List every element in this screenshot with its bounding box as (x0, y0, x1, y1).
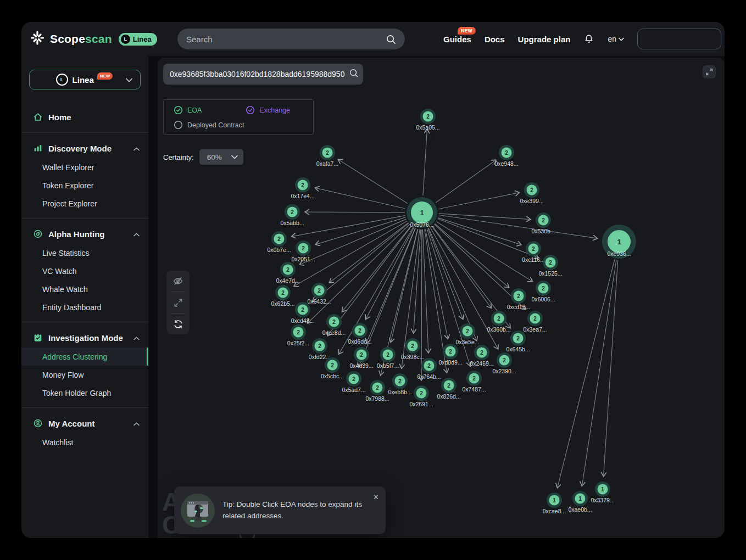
legend-eoa[interactable]: EOA (174, 105, 222, 115)
graph-node[interactable]: 20x7988... (365, 380, 389, 402)
expand-icon[interactable] (166, 292, 190, 313)
graph-node[interactable]: 20x6432... (307, 283, 331, 305)
chevron-down-icon (126, 75, 132, 85)
network-new-badge: NEW (97, 72, 113, 80)
address-input[interactable]: 0xe93685f3bba03016f02bd1828badd6195988d9… (163, 64, 363, 85)
global-search[interactable]: Search (177, 29, 405, 49)
graph-node[interactable]: 20xb5f7... (377, 347, 399, 369)
graph-node[interactable]: 20xafa7... (316, 145, 338, 167)
graph-node[interactable]: 20x645b... (506, 331, 530, 352)
brand-logo[interactable]: Scopescan L Linea (21, 30, 157, 48)
node-label: 0x6432... (307, 298, 331, 305)
node-count: 2 (358, 328, 361, 334)
graph-node[interactable]: 20x4e7d... (276, 262, 299, 284)
sidebar-item-address-clustering[interactable]: Address Clustering (21, 348, 148, 366)
graph-node[interactable]: 20xd6dd... (348, 323, 371, 345)
node-label: 0x6006... (531, 296, 555, 303)
bar-chart-icon (33, 143, 43, 153)
graph-node[interactable]: 20xc116... (522, 241, 545, 263)
graph-node[interactable]: 10xcae8... (543, 492, 566, 514)
node-label: 0x2390... (492, 368, 516, 374)
sidebar-section-discovery[interactable]: Discovery Mode (21, 138, 148, 158)
graph-node[interactable]: 20xe399... (520, 182, 543, 204)
nav-docs[interactable]: Docs (485, 35, 505, 44)
divider (21, 322, 148, 322)
graph-node[interactable]: 20x826d... (437, 378, 460, 400)
sidebar-item-project-explorer[interactable]: Project Explorer (21, 194, 148, 212)
node-label: 0x360b... (487, 326, 510, 333)
graph-node[interactable]: 20xfd22... (309, 338, 331, 360)
graph-node[interactable]: 20x25f2... (287, 324, 309, 346)
app-window: Scopescan L Linea Search Guides NEW Docs… (21, 22, 725, 538)
sidebar-item-token-holder-graph[interactable]: Token Holder Graph (21, 384, 148, 402)
language-selector[interactable]: en (608, 35, 624, 43)
graph-node[interactable]: 20xe948... (494, 145, 518, 167)
certainty-dropdown[interactable]: 60% (199, 149, 243, 165)
graph-edge (338, 159, 407, 203)
graph-node[interactable]: 20x6006... (531, 281, 555, 303)
graph-node[interactable]: 20x7487... (462, 371, 486, 393)
graph-node[interactable]: 10x3379... (591, 481, 614, 503)
graph-edge (315, 217, 405, 244)
graph-node[interactable]: 20x764b... (417, 358, 441, 380)
graph-node[interactable]: 20x530b... (531, 212, 555, 234)
graph-node[interactable]: 20x5abb... (280, 204, 304, 226)
graph-node[interactable]: 20x17e4... (291, 177, 314, 199)
node-count: 2 (318, 288, 321, 294)
graph-node[interactable]: 20x2691... (409, 385, 433, 407)
sidebar-item-home[interactable]: Home (21, 107, 148, 127)
graph-node[interactable]: 20x5cbc... (321, 357, 344, 379)
guides-new-badge: NEW (458, 27, 476, 35)
graph-node[interactable]: 20xeb8b... (388, 373, 411, 395)
graph-node[interactable]: 20x5a05... (416, 109, 439, 131)
sidebar-network-selector[interactable]: L Linea NEW (29, 70, 141, 89)
sidebar-section-my-account[interactable]: My Account (21, 413, 148, 433)
chevron-up-icon (133, 333, 140, 343)
graph-hub-node[interactable]: 10xe936... (602, 225, 636, 259)
graph-node[interactable]: 20x3e5e... (455, 323, 479, 345)
graph-node[interactable]: 20x2390... (492, 352, 516, 374)
sidebar-item-token-explorer[interactable]: Token Explorer (21, 176, 148, 194)
graph-node[interactable]: 20xcd15... (507, 288, 531, 310)
sidebar-item-live-statistics[interactable]: Live Statistics (21, 244, 148, 262)
sidebar-section-alpha-hunting[interactable]: Alpha Hunting (21, 224, 148, 244)
graph-node[interactable]: 20x0b7e... (267, 231, 291, 253)
node-label: 0x3ea7... (523, 326, 547, 333)
graph-edge (366, 228, 415, 343)
refresh-icon[interactable] (166, 313, 190, 334)
nav-guides[interactable]: Guides NEW (443, 35, 471, 44)
wallet-connect-button[interactable] (637, 29, 721, 49)
legend-deployed-contract[interactable]: Deployed Contract (174, 120, 244, 130)
graph-node[interactable]: 20x5ad7... (342, 371, 365, 393)
graph-node[interactable]: 20xce8d... (322, 314, 346, 336)
eye-off-icon[interactable] (166, 271, 190, 292)
graph-node[interactable]: 20x3ea7... (523, 311, 547, 333)
graph-node[interactable]: 20x360b... (487, 311, 510, 333)
graph-edge (438, 219, 539, 257)
bell-icon[interactable] (583, 33, 594, 44)
graph-node[interactable]: 20x2469... (470, 345, 493, 367)
graph-node[interactable]: 20x4d39... (349, 347, 373, 369)
graph-node[interactable]: 20x2051... (291, 240, 315, 262)
sidebar-section-investigation[interactable]: Investigation Mode (21, 328, 148, 348)
search-icon[interactable] (349, 68, 359, 80)
graph-node[interactable]: 20xd8d9... (438, 344, 462, 366)
chevron-up-icon (133, 418, 140, 428)
sidebar-item-whale-watch[interactable]: Whale Watch (21, 280, 148, 298)
sidebar-item-entity-dashboard[interactable]: Entity Dashboard (21, 298, 148, 316)
sidebar-item-money-flow[interactable]: Money Flow (21, 366, 148, 384)
sidebar-item-wallet-explorer[interactable]: Wallet Explorer (21, 158, 148, 176)
nav-upgrade-plan[interactable]: Upgrade plan (518, 35, 571, 44)
node-count: 2 (301, 307, 304, 313)
sidebar-item-watchlist[interactable]: Watchlist (21, 433, 148, 451)
alpha-icon (33, 229, 43, 239)
sidebar-item-vc-watch[interactable]: VC Watch (21, 262, 148, 280)
graph-node[interactable]: 20x62b5... (271, 285, 294, 307)
tip-text: Tip: Double Click EOA nodes to expand it… (222, 499, 378, 522)
close-icon[interactable]: ✕ (373, 493, 379, 501)
graph-hub-node[interactable]: 10x5076... (407, 197, 437, 228)
legend-exchange[interactable]: Exchange (246, 105, 290, 115)
graph-node[interactable]: 10xae0b... (568, 491, 592, 513)
divider (21, 132, 148, 133)
fullscreen-icon[interactable] (703, 65, 716, 79)
